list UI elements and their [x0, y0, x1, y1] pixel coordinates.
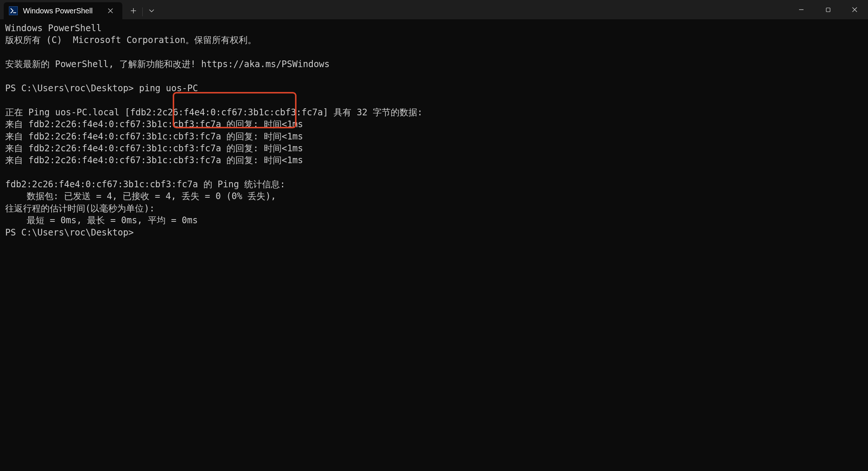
window-controls	[788, 0, 868, 19]
powershell-icon	[9, 6, 18, 15]
tab-actions	[125, 0, 160, 19]
close-button[interactable]	[841, 0, 868, 19]
maximize-button[interactable]	[815, 0, 841, 19]
tab-title: Windows PowerShell	[23, 7, 101, 15]
titlebar-left: Windows PowerShell	[0, 0, 160, 19]
tab-close-button[interactable]	[106, 6, 115, 15]
titlebar: Windows PowerShell	[0, 0, 868, 19]
tab-dropdown-button[interactable]	[143, 2, 160, 19]
terminal-output[interactable]: Windows PowerShell 版权所有 (C) Microsoft Co…	[0, 19, 868, 241]
minimize-button[interactable]	[788, 0, 815, 19]
svg-rect-0	[826, 8, 830, 11]
new-tab-button[interactable]	[125, 2, 142, 19]
active-tab[interactable]: Windows PowerShell	[4, 2, 122, 19]
